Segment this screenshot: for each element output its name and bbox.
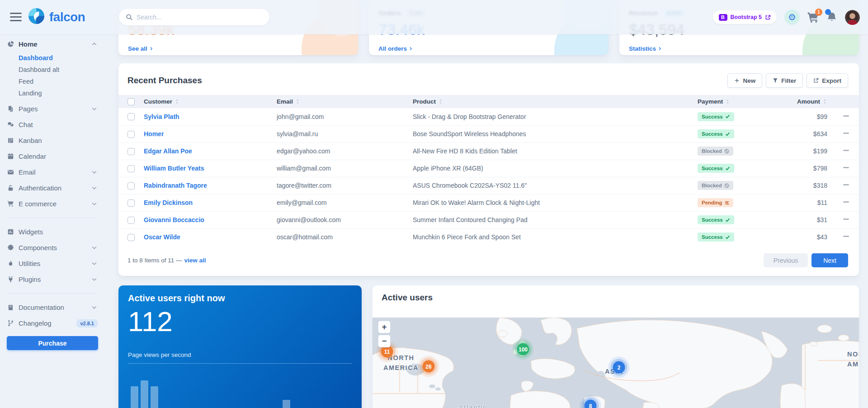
sidebar-item-components[interactable]: Components	[0, 240, 104, 256]
sidebar-item-changelog[interactable]: Changelogv2.8.1	[0, 315, 104, 331]
export-button[interactable]: Export	[807, 73, 848, 88]
row-checkbox[interactable]	[127, 165, 135, 172]
sidebar-item-feed[interactable]: Feed	[0, 76, 104, 87]
chevron-down-icon	[91, 105, 98, 112]
sidebar-item-chat[interactable]: Chat	[0, 117, 104, 133]
world-map[interactable]: + − 112610028NORTH AMERICAASIAAtlanticNO…	[373, 318, 859, 408]
next-button[interactable]: Next	[811, 253, 848, 267]
view-all-link[interactable]: view all	[184, 257, 208, 264]
stat-card-link[interactable]: All orders	[378, 45, 413, 52]
sidebar-item-dashboard-alt[interactable]: Dashboard alt	[0, 64, 104, 76]
sidebar-item-pages[interactable]: Pages	[0, 101, 104, 117]
bootstrap5-badge[interactable]: B Bootstrap 5	[713, 10, 777, 24]
comments-icon	[7, 121, 14, 128]
row-menu-ellipsis-icon[interactable]	[843, 113, 849, 119]
stat-card-link[interactable]: See all	[128, 45, 153, 52]
row-menu-ellipsis-icon[interactable]	[843, 182, 849, 188]
bootstrap-badge-label: Bootstrap 5	[731, 14, 762, 20]
customer-email: edgar@yahoo.com	[277, 142, 413, 160]
falcon-logo[interactable]: falcon	[28, 8, 85, 26]
settings-gear-icon[interactable]: ⚙	[784, 9, 800, 25]
product-name: Slick - Drag & Drop Bootstrap Generator	[413, 108, 698, 125]
sidebar-item-widgets[interactable]: Widgets	[0, 224, 104, 240]
row-menu-ellipsis-icon[interactable]	[843, 199, 849, 205]
payment-status-label: Success	[702, 131, 723, 137]
sidebar-item-landing[interactable]: Landing	[0, 87, 104, 99]
sidebar-item-calendar[interactable]: Calendar	[0, 148, 104, 164]
sidebar-item-label: Components	[19, 244, 91, 251]
poll-icon	[7, 228, 14, 235]
table-row: Sylvia Plathjohn@gmail.comSlick - Drag &…	[118, 108, 859, 125]
user-avatar[interactable]	[845, 10, 860, 25]
map-label-north-america-right: NORTH AMERICA	[847, 349, 859, 370]
button-label: Filter	[781, 77, 796, 84]
column-header-email[interactable]: Email	[277, 95, 413, 108]
row-checkbox[interactable]	[127, 182, 135, 190]
customer-link[interactable]: Rabindranath Tagore	[144, 182, 207, 189]
column-header-amount[interactable]: Amount	[794, 95, 827, 108]
sidebar-item-plugins[interactable]: Plugins	[0, 271, 104, 287]
sort-icon	[725, 99, 730, 104]
select-all-checkbox[interactable]	[127, 98, 135, 105]
customer-link[interactable]: Giovanni Boccaccio	[144, 216, 204, 223]
payment-status-badge: Blocked	[698, 181, 733, 190]
column-header-product[interactable]: Product	[413, 95, 698, 108]
order-amount: $199	[794, 142, 827, 160]
map-marker[interactable]: 2	[613, 361, 625, 374]
sidebar-item-label: Chat	[19, 121, 98, 128]
customer-link[interactable]: Emily Dickinson	[144, 199, 193, 206]
zoom-out-button[interactable]: −	[378, 335, 391, 347]
sidebar-item-label: Changelog	[19, 319, 72, 327]
customer-link[interactable]: William Butler Yeats	[144, 165, 204, 172]
envelope-icon	[7, 169, 14, 176]
sidebar-item-home[interactable]: Home	[0, 36, 104, 52]
column-label: Product	[413, 98, 436, 105]
notifications-button[interactable]	[826, 12, 837, 23]
sidebar-item-utilities[interactable]: Utilities	[0, 256, 104, 271]
column-header-payment[interactable]: Payment	[698, 95, 794, 108]
new-button[interactable]: New	[727, 73, 762, 88]
sidebar-item-e-commerce[interactable]: E commerce	[0, 196, 104, 212]
customer-link[interactable]: Sylvia Plath	[144, 113, 179, 120]
sidebar-item-label: Utilities	[19, 260, 91, 267]
search-box	[118, 8, 270, 26]
row-menu-ellipsis-icon[interactable]	[843, 147, 849, 153]
kanban-icon	[7, 137, 14, 144]
sidebar-item-email[interactable]: Email	[0, 164, 104, 180]
row-checkbox[interactable]	[127, 217, 135, 224]
previous-button[interactable]: Previous	[764, 253, 808, 267]
page-views-chart	[118, 285, 362, 408]
table-row: Rabindranath Tagoretagore@twitter.comASU…	[118, 177, 859, 194]
stat-card-link[interactable]: Statistics	[629, 45, 662, 52]
shopping-cart-button[interactable]: 1	[807, 12, 819, 23]
sidebar-item-dashboard[interactable]: Dashboard	[0, 52, 104, 64]
row-checkbox[interactable]	[127, 113, 135, 120]
row-menu-ellipsis-icon[interactable]	[843, 165, 849, 171]
column-header-customer[interactable]: Customer	[144, 95, 277, 108]
stat-link-label: All orders	[378, 45, 407, 52]
zoom-in-button[interactable]: +	[378, 321, 391, 333]
column-label: Amount	[797, 98, 820, 105]
row-checkbox[interactable]	[127, 234, 135, 241]
sidebar-item-documentation[interactable]: Documentation	[0, 299, 104, 315]
sidebar-item-authentication[interactable]: Authentication	[0, 180, 104, 196]
row-menu-ellipsis-icon[interactable]	[843, 216, 849, 222]
customer-link[interactable]: Homer	[144, 130, 164, 138]
map-marker[interactable]: 26	[423, 361, 435, 373]
row-checkbox[interactable]	[127, 131, 135, 138]
purchase-button[interactable]: Purchase	[7, 336, 98, 350]
column-label: Payment	[698, 98, 723, 105]
hamburger-menu-icon[interactable]	[10, 13, 22, 22]
customer-link[interactable]: Oscar Wilde	[144, 233, 180, 241]
row-checkbox[interactable]	[127, 199, 135, 207]
row-menu-ellipsis-icon[interactable]	[843, 233, 849, 239]
search-input[interactable]	[137, 14, 262, 21]
row-menu-ellipsis-icon[interactable]	[843, 130, 849, 136]
map-marker[interactable]: 100	[517, 343, 529, 356]
customer-link[interactable]: Edgar Allan Poe	[144, 147, 192, 155]
sidebar-item-kanban[interactable]: Kanban	[0, 133, 104, 148]
row-checkbox[interactable]	[127, 148, 135, 155]
chevron-right-icon	[409, 47, 413, 51]
filter-button[interactable]: Filter	[766, 73, 803, 88]
payment-status-badge: Success	[698, 129, 734, 138]
